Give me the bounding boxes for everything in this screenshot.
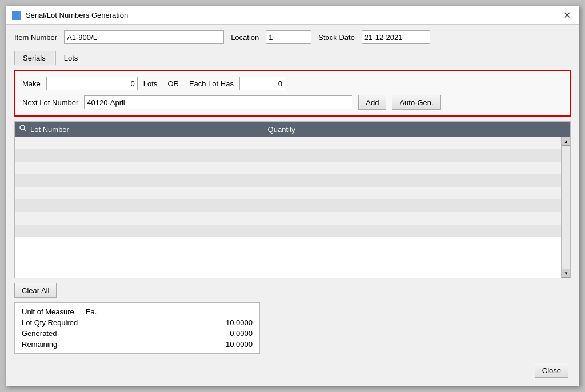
next-lot-input[interactable] [84,95,352,109]
svg-rect-1 [13,12,21,14]
footer-row: Close [14,358,571,380]
autogen-button[interactable]: Auto-Gen. [392,95,440,110]
lot-qty-required-label: Lot Qty Required [22,318,78,327]
table-row [15,187,561,199]
table-body[interactable] [15,137,561,278]
lots-panel: Make Lots OR Each Lot Has Next Lot Numbe… [14,70,571,117]
table-row [15,199,561,212]
clear-all-button[interactable]: Clear All [14,283,57,298]
scrollbar[interactable]: ▲ ▼ [561,137,570,278]
window-close-button[interactable]: ✕ [560,9,573,22]
svg-line-3 [24,129,26,131]
each-lot-has-label: Each Lot Has [189,79,234,88]
lots-row2: Next Lot Number Add Auto-Gen. [22,95,563,110]
unit-of-measure-label: Unit of Measure [22,307,74,316]
scroll-down-button[interactable]: ▼ [562,269,570,278]
table-row [15,162,561,174]
tab-serials[interactable]: Serials [14,51,54,65]
generated-value: 0.0000 [230,329,253,338]
lot-qty-required-value: 10.0000 [226,318,253,327]
remaining-label: Remaining [22,340,57,349]
table-row [15,137,561,149]
tabs-row: Serials Lots [14,51,571,65]
generated-row: Generated 0.0000 [22,329,253,338]
each-lot-input[interactable] [239,77,285,90]
main-window: Serial/Lot Numbers Generation ✕ Item Num… [6,6,579,386]
table-row [15,212,561,225]
lots-row1: Make Lots OR Each Lot Has [22,77,563,90]
window-title: Serial/Lot Numbers Generation [26,11,128,19]
table-row [15,149,561,162]
info-box: Unit of Measure Ea. Lot Qty Required 10.… [14,302,260,354]
content-area: Item Number Location Stock Date Serials … [6,25,579,386]
next-lot-label: Next Lot Number [22,98,78,107]
make-input[interactable] [46,77,138,90]
location-input[interactable] [266,30,311,44]
stock-date-input[interactable] [362,30,430,44]
item-number-input[interactable] [64,30,224,44]
title-bar-left: Serial/Lot Numbers Generation [12,11,128,20]
lot-qty-required-row: Lot Qty Required 10.0000 [22,318,253,327]
close-button[interactable]: Close [535,363,568,378]
scroll-track [562,146,570,269]
lot-number-table: Lot Number Quantity ▲ [14,121,571,278]
unit-of-measure-value: Ea. [86,307,97,316]
scroll-up-button[interactable]: ▲ [562,137,570,146]
tab-lots[interactable]: Lots [55,51,87,65]
generated-label: Generated [22,329,57,338]
make-label: Make [22,79,41,88]
add-button[interactable]: Add [358,95,386,110]
quantity-column-header: Quantity [203,122,300,137]
or-label: OR [167,79,179,88]
table-header: Lot Number Quantity [15,122,570,137]
table-row [15,174,561,187]
lots-label: Lots [143,79,158,88]
item-number-label: Item Number [14,33,57,42]
location-label: Location [231,33,259,42]
header-fields-row: Item Number Location Stock Date [14,30,571,44]
lot-number-column-header: Lot Number [15,122,203,137]
title-bar: Serial/Lot Numbers Generation ✕ [6,6,579,25]
remaining-row: Remaining 10.0000 [22,340,253,349]
stock-date-label: Stock Date [318,33,355,42]
table-row [15,225,561,237]
remaining-value: 10.0000 [226,340,253,349]
search-icon [19,125,27,134]
clear-all-row: Clear All [14,283,571,298]
unit-of-measure-row: Unit of Measure Ea. [22,307,253,316]
svg-point-2 [20,125,25,130]
window-icon [12,11,21,20]
bottom-section: Clear All Unit of Measure Ea. Lot Qty Re… [14,283,571,354]
